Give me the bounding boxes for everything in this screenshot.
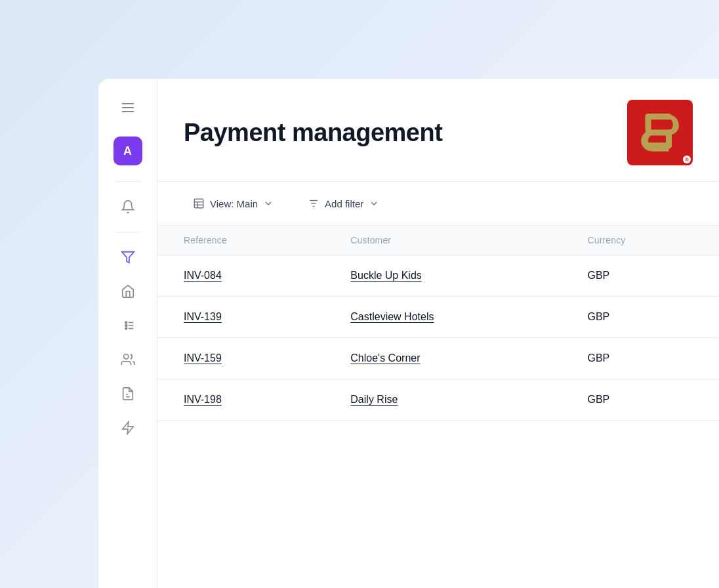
table-container: Reference Customer Currency INV-084Buckl… [157,226,719,588]
cell-customer: Buckle Up Kids [324,255,561,297]
sidebar-item-documents[interactable] [113,379,142,408]
table-header-row: Reference Customer Currency [157,226,719,255]
cell-reference: INV-139 [157,297,324,338]
main-content: Payment management ® [157,79,719,588]
view-selector-button[interactable]: View: Main [184,192,283,215]
customer-link[interactable]: Daily Rise [350,394,398,405]
toolbar: View: Main Add filter [157,182,719,226]
sidebar-divider [115,181,141,182]
avatar[interactable]: A [113,136,142,165]
chevron-down-icon-2 [369,198,379,209]
col-header-reference: Reference [157,226,324,255]
table-row: INV-198Daily RiseGBP [157,379,719,421]
chevron-down-icon [263,198,274,209]
sidebar-item-notifications[interactable] [113,192,142,221]
reference-link[interactable]: INV-139 [184,311,222,322]
add-filter-button[interactable]: Add filter [298,192,388,215]
cell-customer: Chloe's Corner [324,338,561,379]
customer-link[interactable]: Castleview Hotels [350,311,434,322]
cell-reference: INV-084 [157,255,324,297]
sidebar-item-automation[interactable] [113,413,142,442]
svg-point-3 [125,325,127,327]
sidebar-item-home[interactable] [113,277,142,306]
svg-point-5 [125,322,127,324]
cell-currency: GBP [562,297,720,338]
sidebar: A [98,79,157,588]
svg-rect-18 [194,199,203,208]
customer-link[interactable]: Chloe's Corner [350,352,420,364]
col-header-currency: Currency [562,226,720,255]
reference-link[interactable]: INV-159 [184,352,222,364]
svg-marker-12 [122,422,133,434]
sidebar-item-contacts[interactable] [113,345,142,374]
cell-customer: Daily Rise [324,379,561,421]
sidebar-item-tasks[interactable] [113,311,142,340]
page-header: Payment management ® [157,79,719,182]
filter-icon [308,198,319,209]
col-header-customer: Customer [324,226,561,255]
cell-currency: GBP [562,338,720,379]
page-title: Payment management [184,119,442,147]
cell-customer: Castleview Hotels [324,297,561,338]
sidebar-divider-2 [115,232,141,232]
cell-currency: GBP [562,379,720,421]
view-label: View: Main [210,198,258,209]
brand-logo: ® [627,100,693,165]
payments-table: Reference Customer Currency INV-084Buckl… [157,226,719,421]
svg-point-9 [123,354,128,359]
menu-icon[interactable] [115,94,141,121]
reference-link[interactable]: INV-084 [184,270,222,281]
cell-reference: INV-159 [157,338,324,379]
cell-currency: GBP [562,255,720,297]
table-row: INV-084Buckle Up KidsGBP [157,255,719,297]
svg-rect-17 [646,142,672,148]
registered-mark: ® [683,156,691,163]
svg-point-7 [125,327,127,329]
table-icon [193,198,205,209]
table-row: INV-139Castleview HotelsGBP [157,297,719,338]
cell-reference: INV-198 [157,379,324,421]
filter-label: Add filter [325,198,363,209]
sidebar-item-filter[interactable] [113,243,142,272]
customer-link[interactable]: Buckle Up Kids [350,270,422,281]
table-row: INV-159Chloe's CornerGBP [157,338,719,379]
reference-link[interactable]: INV-198 [184,394,222,405]
